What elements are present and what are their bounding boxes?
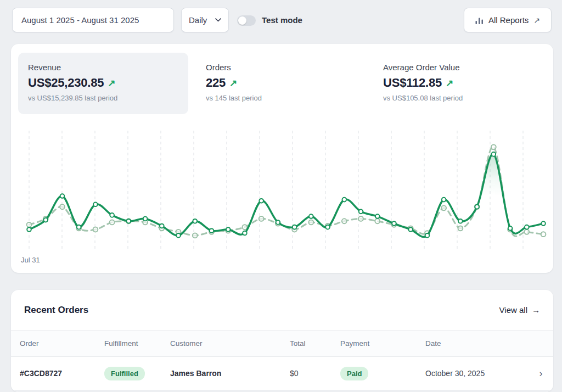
column-header-payment: Payment (340, 339, 425, 348)
column-header-customer: Customer (170, 339, 290, 348)
recent-orders-card: Recent Orders View all → Order Fulfillme… (11, 290, 553, 392)
stat-label: Revenue (28, 63, 188, 72)
revenue-line-chart (11, 126, 553, 273)
stat-comparison: vs US$15,239.85 last period (28, 94, 188, 102)
chevron-right-icon: › (529, 368, 553, 379)
view-all-label: View all (499, 305, 527, 315)
payment-status-badge: Paid (340, 367, 368, 380)
stat-tab-revenue[interactable]: Revenue US$25,230.85↗ vs US$15,239.85 la… (18, 53, 188, 114)
trend-up-icon: ↗ (108, 77, 115, 89)
row-separator (11, 390, 553, 392)
fulfillment-status-badge: Fulfilled (104, 367, 145, 380)
stat-value: US$112.85 (383, 76, 442, 90)
order-id-cell: #C3CD8727 (20, 369, 104, 378)
order-table-row[interactable]: #C3CD8727 Fulfilled James Barron $0 Paid… (11, 357, 553, 390)
test-mode-toggle[interactable] (237, 15, 256, 26)
stat-comparison: vs 145 last period (206, 94, 366, 102)
column-header-total: Total (290, 339, 340, 348)
date-cell: October 30, 2025 (425, 369, 529, 378)
chart-x-axis-start-label: Jul 31 (21, 256, 40, 264)
chevron-down-icon (215, 18, 221, 22)
date-range-label: August 1 2025 - August 31 2025 (21, 15, 139, 25)
granularity-label: Daily (189, 15, 207, 25)
test-mode-label: Test mode (262, 15, 302, 25)
trend-up-icon: ↗ (229, 77, 237, 89)
all-reports-button[interactable]: All Reports ↗ (464, 8, 552, 32)
analytics-card: Revenue US$25,230.85↗ vs US$15,239.85 la… (11, 44, 553, 273)
recent-orders-header: Recent Orders View all → (11, 290, 553, 330)
external-arrow-icon: ↗ (533, 16, 540, 25)
column-header-fulfillment: Fulfillment (104, 339, 170, 348)
column-header-date: Date (425, 339, 529, 348)
stat-comparison: vs US$105.08 last period (383, 94, 543, 102)
right-arrow-icon: → (532, 305, 540, 315)
stat-value: 225 (206, 76, 226, 90)
stat-label: Orders (206, 63, 366, 72)
view-all-link[interactable]: View all → (499, 305, 540, 315)
bar-chart-icon (475, 16, 484, 25)
recent-orders-title: Recent Orders (24, 305, 88, 316)
stat-tab-average-order-value[interactable]: Average Order Value US$112.85↗ vs US$105… (373, 53, 543, 114)
date-range-picker[interactable]: August 1 2025 - August 31 2025 (12, 8, 174, 32)
stat-label: Average Order Value (383, 63, 543, 72)
trend-up-icon: ↗ (446, 77, 453, 89)
column-header-order: Order (20, 339, 104, 348)
customer-cell: James Barron (170, 369, 290, 378)
all-reports-label: All Reports (488, 15, 529, 25)
orders-table-header: Order Fulfillment Customer Total Payment… (11, 330, 553, 357)
stat-tab-orders[interactable]: Orders 225↗ vs 145 last period (196, 53, 366, 114)
total-cell: $0 (290, 369, 340, 378)
granularity-dropdown[interactable]: Daily (181, 8, 229, 32)
toggle-knob (238, 16, 246, 25)
stat-value: US$25,230.85 (28, 76, 104, 90)
